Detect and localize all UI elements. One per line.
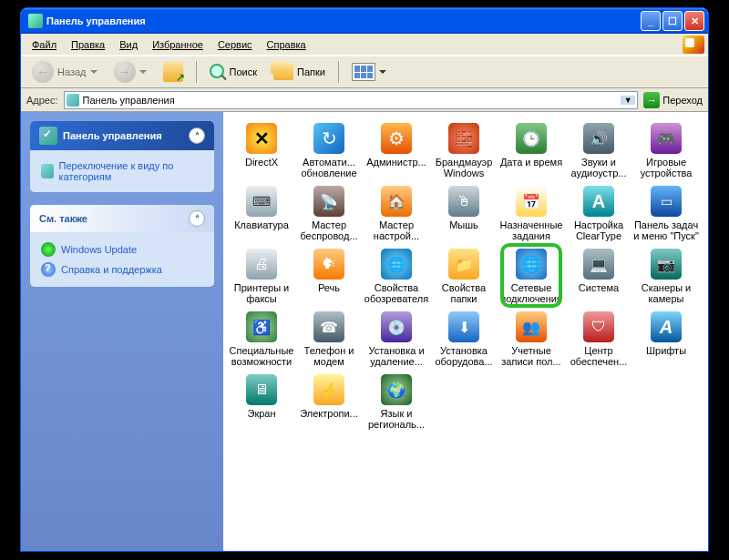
control-panel-item[interactable]: Телефон и модем [296, 310, 362, 369]
search-button[interactable]: Поиск [204, 61, 262, 83]
item-label: Речь [318, 282, 340, 293]
control-panel-item[interactable]: Шрифты [633, 310, 699, 369]
content-area: Панель управления ˄ Переключение к виду … [21, 112, 708, 551]
panel-body: Переключение к виду по категориям [30, 150, 214, 192]
switch-category-link[interactable]: Переключение к виду по категориям [41, 158, 203, 185]
control-panel-item[interactable]: Система [566, 247, 631, 306]
control-panel-item[interactable]: Панель задач и меню "Пуск" [633, 184, 699, 243]
close-button[interactable]: ✕ [684, 11, 704, 31]
menu-help[interactable]: Справка [260, 37, 313, 52]
control-panel-item[interactable]: Назначенные задания [498, 184, 564, 243]
search-label: Поиск [230, 66, 257, 77]
control-panel-item[interactable]: Свойства обозревателя [364, 247, 429, 306]
item-icon [516, 186, 547, 217]
folders-button[interactable]: Папки [268, 61, 331, 83]
control-panel-item[interactable]: Игровые устройства [633, 121, 699, 180]
link-label: Справка и поддержка [61, 264, 162, 275]
switch-icon [41, 164, 54, 178]
item-label: Панель задач и меню "Пуск" [633, 219, 699, 241]
item-icon [516, 311, 547, 342]
item-icon [313, 311, 344, 342]
control-panel-item[interactable]: Специальные возможности [229, 310, 294, 369]
window-title: Панель управления [46, 15, 639, 26]
explorer-window: Панель управления _ ☐ ✕ Файл Правка Вид … [20, 7, 709, 552]
control-panel-item[interactable]: Речь [296, 247, 362, 306]
control-panel-item[interactable]: Мастер беспровод... [296, 184, 362, 243]
item-label: Электропи... [300, 408, 358, 419]
control-panel-item[interactable]: Свойства папки [431, 247, 497, 306]
address-label: Адрес: [26, 95, 58, 106]
icon-grid: DirectXАвтомати... обновлениеАдминистр..… [229, 121, 703, 432]
go-button[interactable]: → Переход [643, 92, 703, 108]
control-panel-item[interactable]: Администр... [364, 121, 429, 180]
item-label: Сетевые подключения [498, 282, 564, 304]
control-panel-item[interactable]: Настройка ClearType [566, 184, 631, 243]
menu-file[interactable]: Файл [25, 37, 64, 52]
views-button[interactable] [346, 60, 392, 84]
control-panel-item[interactable]: Сетевые подключения [498, 247, 564, 306]
collapse-icon[interactable]: ˄ [189, 127, 205, 144]
control-panel-item[interactable]: Установка оборудова... [431, 310, 497, 369]
app-icon [28, 14, 43, 28]
control-panel-item[interactable]: Мастер настрой... [364, 184, 429, 243]
address-bar: Адрес: Панель управления ▼ → Переход [21, 88, 708, 112]
control-panel-item[interactable]: Автомати... обновление [296, 121, 362, 180]
item-icon [583, 249, 614, 280]
item-label: Дата и время [500, 157, 562, 168]
item-label: Система [579, 282, 619, 293]
control-panel-item[interactable]: DirectX [229, 121, 294, 180]
back-button: ← Назад [26, 58, 103, 86]
control-panel-item[interactable]: Учетные записи пол... [498, 310, 564, 369]
control-panel-item[interactable]: Экран [229, 372, 294, 432]
control-panel-item[interactable]: Язык и региональ... [364, 372, 429, 432]
chevron-down-icon [139, 70, 147, 74]
control-panel-item[interactable]: Электропи... [296, 372, 362, 432]
control-panel-item[interactable]: Принтеры и факсы [229, 247, 294, 306]
item-label: Экран [247, 408, 275, 419]
control-panel-item[interactable]: Установка и удаление... [364, 310, 429, 369]
menu-view[interactable]: Вид [112, 37, 145, 52]
panel-body: Windows Update Справка и поддержка [30, 232, 214, 287]
item-label: Свойства обозревателя [364, 282, 429, 304]
toolbar: ← Назад → Поиск Папки [21, 56, 708, 88]
go-arrow-icon: → [643, 92, 660, 108]
panel-seealso-head[interactable]: См. также ˄ [30, 205, 214, 232]
item-label: Центр обеспечен... [566, 345, 631, 367]
control-panel-item[interactable]: Дата и время [498, 121, 564, 180]
control-panel-item[interactable]: Звуки и аудиоустр... [566, 121, 631, 180]
item-label: Шрифты [646, 345, 686, 356]
menu-edit[interactable]: Правка [64, 37, 112, 52]
address-dropdown-icon[interactable]: ▼ [621, 96, 635, 105]
item-icon [651, 186, 682, 217]
check-icon [39, 127, 57, 145]
windows-update-link[interactable]: Windows Update [41, 239, 203, 260]
panel-control-head[interactable]: Панель управления ˄ [30, 121, 214, 150]
item-label: Мышь [449, 219, 478, 230]
item-label: Игровые устройства [633, 157, 699, 178]
link-label: Windows Update [61, 244, 137, 255]
item-icon [651, 311, 682, 342]
address-input[interactable]: Панель управления ▼ [64, 91, 639, 109]
control-panel-item[interactable]: Сканеры и камеры [633, 247, 699, 306]
control-panel-item[interactable]: Центр обеспечен... [566, 310, 631, 369]
maximize-button[interactable]: ☐ [662, 11, 683, 31]
item-label: Учетные записи пол... [498, 345, 564, 367]
menu-favorites[interactable]: Избранное [145, 37, 210, 52]
control-panel-item[interactable]: Брандмауэр Windows [431, 121, 497, 180]
titlebar[interactable]: Панель управления _ ☐ ✕ [21, 8, 708, 34]
up-button[interactable] [158, 59, 189, 85]
item-label: Автомати... обновление [296, 157, 362, 178]
minimize-button[interactable]: _ [641, 11, 661, 31]
forward-arrow-icon: → [114, 61, 136, 83]
item-label: Свойства папки [431, 282, 497, 304]
item-icon [246, 374, 277, 405]
control-panel-item[interactable]: Мышь [431, 184, 497, 243]
help-support-link[interactable]: Справка и поддержка [41, 260, 203, 280]
main-view: DirectXАвтомати... обновлениеАдминистр..… [223, 112, 708, 551]
folder-up-icon [163, 62, 183, 82]
menu-tools[interactable]: Сервис [210, 37, 260, 52]
collapse-icon[interactable]: ˄ [189, 210, 205, 227]
control-panel-item[interactable]: Клавиатура [229, 184, 294, 243]
item-label: Сканеры и камеры [633, 282, 699, 304]
item-label: Брандмауэр Windows [431, 157, 497, 178]
